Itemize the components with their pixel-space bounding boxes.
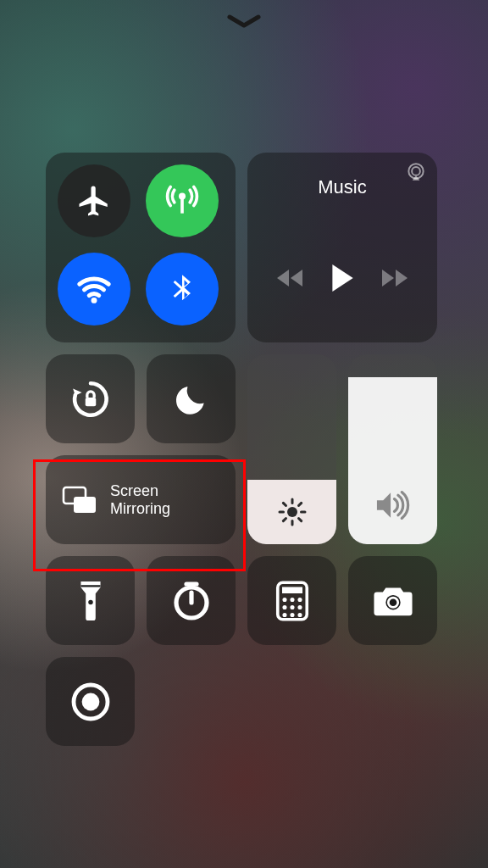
screen-mirroring-icon (61, 485, 98, 515)
svg-point-8 (287, 507, 297, 517)
bluetooth-icon (165, 272, 199, 306)
rotation-lock-button[interactable] (46, 354, 135, 443)
svg-point-25 (290, 597, 294, 601)
svg-rect-7 (74, 497, 96, 513)
brightness-icon (277, 497, 308, 527)
play-button[interactable] (329, 263, 356, 293)
timer-icon (171, 581, 212, 621)
svg-point-28 (290, 604, 294, 609)
screen-mirroring-label: Screen Mirroring (110, 482, 170, 517)
moon-icon (173, 381, 210, 418)
bluetooth-button[interactable] (146, 253, 219, 326)
flashlight-button[interactable] (46, 556, 135, 645)
svg-point-32 (297, 612, 302, 616)
svg-point-30 (282, 612, 286, 616)
svg-line-15 (283, 518, 286, 520)
camera-icon (371, 583, 415, 619)
svg-rect-17 (80, 585, 100, 587)
svg-point-24 (282, 597, 286, 601)
svg-rect-1 (180, 198, 184, 213)
volume-slider[interactable] (348, 354, 437, 544)
svg-line-16 (298, 503, 301, 505)
wifi-icon (75, 270, 114, 309)
camera-button[interactable] (348, 556, 437, 645)
screen-mirroring-button[interactable]: Screen Mirroring (46, 455, 236, 544)
brightness-slider[interactable] (247, 354, 336, 544)
wifi-button[interactable] (58, 253, 130, 326)
fast-forward-button[interactable] (380, 267, 409, 289)
connectivity-group[interactable] (46, 153, 236, 342)
rotation-lock-icon (69, 378, 112, 420)
svg-point-26 (297, 597, 302, 601)
airplane-mode-button[interactable] (58, 164, 130, 237)
svg-point-36 (81, 693, 99, 710)
record-icon (70, 682, 111, 722)
calculator-button[interactable] (247, 556, 336, 645)
cellular-icon (164, 182, 201, 220)
svg-point-31 (290, 612, 294, 616)
svg-rect-23 (282, 587, 302, 593)
music-title-label: Music (247, 176, 437, 198)
music-playback-group[interactable]: Music (247, 153, 437, 342)
cellular-data-button[interactable] (146, 164, 219, 237)
svg-point-18 (88, 599, 92, 604)
volume-fill (348, 377, 437, 544)
svg-line-14 (298, 518, 301, 520)
timer-button[interactable] (147, 556, 236, 645)
collapse-chevron[interactable] (226, 14, 262, 31)
rewind-button[interactable] (275, 267, 304, 289)
svg-point-29 (297, 604, 302, 609)
brightness-fill (247, 480, 336, 544)
svg-rect-5 (85, 397, 96, 405)
flashlight-icon (76, 579, 105, 623)
calculator-icon (275, 581, 309, 621)
svg-point-27 (282, 604, 286, 609)
svg-line-13 (283, 503, 286, 505)
screen-recording-button[interactable] (46, 657, 135, 746)
volume-icon (374, 488, 412, 522)
do-not-disturb-button[interactable] (147, 354, 236, 443)
airplane-icon (76, 183, 112, 219)
svg-point-4 (412, 167, 420, 175)
svg-point-2 (92, 298, 97, 303)
